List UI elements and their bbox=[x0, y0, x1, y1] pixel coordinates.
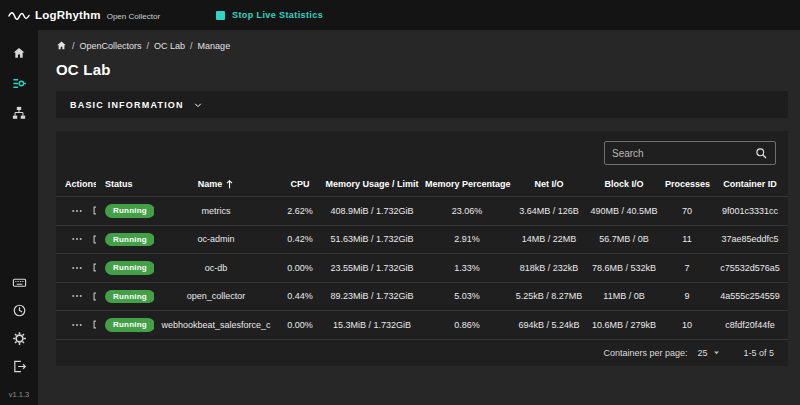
container-name: oc-admin bbox=[154, 225, 278, 254]
table-body: Running metrics 2.62% 408.9MiB / 1.732Gi… bbox=[56, 197, 788, 339]
topology-icon bbox=[12, 106, 26, 120]
container-name: oc-db bbox=[154, 254, 278, 283]
column-header-net-io: Net I/O bbox=[512, 173, 586, 197]
block-io-value: 10.6MB / 279kB bbox=[586, 311, 662, 339]
column-header-container-id: Container ID bbox=[712, 173, 788, 197]
sidebar-item-home[interactable] bbox=[2, 38, 36, 68]
version-label: v1.1.3 bbox=[9, 390, 29, 399]
memory-percentage-value: 2.91% bbox=[422, 225, 512, 254]
block-io-value: 56.7MB / 0B bbox=[586, 225, 662, 254]
main-content: / OpenCollectors / OC Lab / Manage OC La… bbox=[38, 30, 800, 405]
stop-container-button[interactable] bbox=[92, 291, 96, 302]
sort-ascending-icon bbox=[225, 179, 234, 189]
memory-percentage-value: 0.86% bbox=[422, 311, 512, 339]
basic-information-label: BASIC INFORMATION bbox=[70, 100, 184, 110]
net-io-value: 14MB / 22MB bbox=[512, 225, 586, 254]
memory-usage-value: 51.63MiB / 1.732GiB bbox=[322, 225, 422, 254]
row-actions-menu-button[interactable] bbox=[71, 319, 83, 331]
home-icon bbox=[12, 46, 26, 60]
sidebar-item-history[interactable] bbox=[2, 296, 36, 324]
net-io-value: 3.64MB / 126B bbox=[512, 197, 586, 226]
row-actions-menu-button[interactable] bbox=[71, 290, 83, 302]
per-page-label: Containers per page: bbox=[603, 348, 687, 358]
per-page-control: Containers per page: 25 bbox=[603, 348, 721, 358]
container-id-value: c8fdf20f44fe bbox=[712, 311, 788, 339]
table-row: Running oc-admin 0.42% 51.63MiB / 1.732G… bbox=[56, 225, 788, 254]
stop-container-button[interactable] bbox=[92, 319, 96, 330]
row-actions-menu-button[interactable] bbox=[71, 205, 83, 217]
containers-panel: Actions Status Name CPU bbox=[56, 131, 788, 366]
sidebar-item-open-collector[interactable] bbox=[2, 68, 36, 98]
container-name: webhookbeat_salesforce_c bbox=[154, 311, 278, 339]
container-id-value: 9f001c3331cc bbox=[712, 197, 788, 226]
cpu-value: 0.44% bbox=[278, 282, 322, 311]
status-badge: Running bbox=[105, 290, 154, 304]
containers-table: Actions Status Name CPU bbox=[56, 173, 788, 339]
status-badge: Running bbox=[105, 318, 154, 332]
stop-icon bbox=[216, 11, 225, 20]
table-header-row: Actions Status Name CPU bbox=[56, 173, 788, 197]
search-row bbox=[56, 131, 788, 173]
table-row: Running open_collector 0.44% 89.23MiB / … bbox=[56, 282, 788, 311]
table-row: Running metrics 2.62% 408.9MiB / 1.732Gi… bbox=[56, 197, 788, 226]
column-header-name[interactable]: Name bbox=[154, 173, 278, 197]
memory-usage-value: 15.3MiB / 1.732GiB bbox=[322, 311, 422, 339]
memory-usage-value: 408.9MiB / 1.732GiB bbox=[322, 197, 422, 226]
breadcrumb-item-opencollectors[interactable]: OpenCollectors bbox=[80, 41, 142, 51]
sidebar-item-console[interactable] bbox=[2, 268, 36, 296]
logrhythm-logo-icon bbox=[8, 8, 30, 23]
sidebar-item-settings[interactable] bbox=[2, 324, 36, 352]
table-row: Running webhookbeat_salesforce_c 0.00% 1… bbox=[56, 311, 788, 339]
chevron-down-icon bbox=[193, 100, 203, 110]
container-id-value: 37ae85eddfc5 bbox=[712, 225, 788, 254]
per-page-select[interactable]: 25 bbox=[697, 348, 721, 358]
container-id-value: c75532d576a5 bbox=[712, 254, 788, 283]
app-window: LogRhythm Open Collector Stop Live Stati… bbox=[0, 0, 800, 405]
table-footer: Containers per page: 25 1-5 of 5 bbox=[56, 339, 788, 366]
breadcrumb-separator: / bbox=[190, 41, 193, 51]
clock-icon bbox=[12, 303, 27, 318]
search-input[interactable] bbox=[612, 148, 755, 159]
stop-live-statistics-button[interactable]: Stop Live Statistics bbox=[216, 10, 323, 20]
breadcrumb-item-manage[interactable]: Manage bbox=[198, 41, 231, 51]
per-page-value: 25 bbox=[697, 348, 707, 358]
cpu-value: 0.42% bbox=[278, 225, 322, 254]
status-badge: Running bbox=[105, 261, 154, 275]
stop-container-button[interactable] bbox=[92, 262, 96, 273]
memory-percentage-value: 5.03% bbox=[422, 282, 512, 311]
status-badge: Running bbox=[105, 233, 154, 247]
open-collector-icon bbox=[12, 76, 27, 91]
net-io-value: 5.25kB / 8.27MB bbox=[512, 282, 586, 311]
basic-information-toggle[interactable]: BASIC INFORMATION bbox=[56, 91, 788, 118]
column-header-name-label: Name bbox=[198, 179, 223, 189]
processes-value: 10 bbox=[662, 311, 712, 339]
cpu-value: 2.62% bbox=[278, 197, 322, 226]
net-io-value: 694kB / 5.24kB bbox=[512, 311, 586, 339]
column-header-actions: Actions bbox=[56, 173, 96, 197]
brand: LogRhythm Open Collector bbox=[8, 8, 160, 23]
column-header-status: Status bbox=[96, 173, 154, 197]
brand-subtitle: Open Collector bbox=[107, 12, 160, 21]
pagination-range-label: 1-5 of 5 bbox=[743, 348, 774, 358]
column-header-processes: Processes bbox=[662, 173, 712, 197]
processes-value: 70 bbox=[662, 197, 712, 226]
breadcrumb-item-oc-lab[interactable]: OC Lab bbox=[154, 41, 185, 51]
logout-icon bbox=[12, 359, 27, 374]
memory-usage-value: 89.23MiB / 1.732GiB bbox=[322, 282, 422, 311]
page-title: OC Lab bbox=[56, 61, 788, 78]
breadcrumb-home-icon[interactable] bbox=[56, 40, 67, 51]
memory-percentage-value: 23.06% bbox=[422, 197, 512, 226]
stop-container-button[interactable] bbox=[92, 234, 96, 245]
sidebar-item-logout[interactable] bbox=[2, 352, 36, 380]
search-icon[interactable] bbox=[755, 147, 768, 160]
block-io-value: 490MB / 40.5MB bbox=[586, 197, 662, 226]
stop-container-button[interactable] bbox=[92, 205, 96, 216]
row-actions-menu-button[interactable] bbox=[71, 262, 83, 274]
cpu-value: 0.00% bbox=[278, 311, 322, 339]
stop-live-statistics-label: Stop Live Statistics bbox=[232, 10, 323, 20]
sidebar-item-topology[interactable] bbox=[2, 98, 36, 128]
cpu-value: 0.00% bbox=[278, 254, 322, 283]
breadcrumb-separator: / bbox=[147, 41, 150, 51]
container-id-value: 4a555c254559 bbox=[712, 282, 788, 311]
row-actions-menu-button[interactable] bbox=[71, 233, 83, 245]
